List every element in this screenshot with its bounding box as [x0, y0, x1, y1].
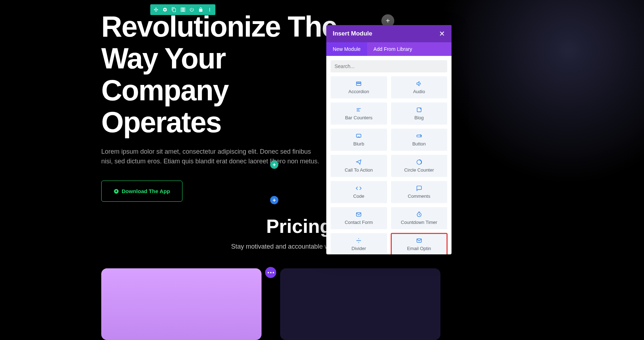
module-accordion[interactable]: Accordion [331, 76, 387, 99]
module-bar-counters[interactable]: Bar Counters [331, 102, 387, 125]
circle-icon [416, 159, 422, 165]
module-label: Email Optin [407, 246, 431, 251]
module-blurb[interactable]: Blurb [331, 129, 387, 151]
module-email-optin[interactable]: Email Optin [391, 233, 448, 254]
pricing-card-1[interactable] [101, 268, 262, 340]
module-label: Accordion [348, 89, 369, 94]
module-label: Comments [408, 193, 430, 199]
module-label: Call To Action [345, 167, 373, 173]
duplicate-icon[interactable] [170, 6, 178, 14]
timer-icon [416, 211, 422, 217]
module-label: Audio [413, 89, 425, 94]
module-circle-counter[interactable]: Circle Counter [391, 155, 448, 177]
accordion-icon [356, 81, 362, 87]
module-label: Blog [414, 115, 424, 120]
row-options-button[interactable] [265, 267, 276, 278]
insert-module-modal: Insert Module ✕ New Module Add From Libr… [326, 25, 452, 254]
module-countdown-timer[interactable]: Countdown Timer [391, 207, 448, 229]
gear-icon[interactable] [161, 6, 169, 14]
module-comments[interactable]: Comments [391, 181, 448, 203]
close-icon[interactable]: ✕ [439, 30, 445, 37]
mail-icon [356, 211, 362, 217]
tab-add-from-library[interactable]: Add From Library [367, 42, 419, 56]
column-icon[interactable] [179, 6, 187, 14]
comments-icon [416, 185, 422, 191]
section-toolbar [150, 4, 215, 15]
module-label: Code [353, 193, 364, 199]
add-section-button[interactable]: + [270, 161, 278, 169]
blog-icon [416, 107, 422, 113]
download-icon [114, 189, 119, 194]
power-icon[interactable] [188, 6, 196, 14]
divider-icon [356, 238, 362, 244]
module-label: Button [412, 141, 426, 147]
module-label: Countdown Timer [401, 220, 437, 225]
blurb-icon [356, 133, 362, 139]
module-label: Contact Form [345, 220, 373, 225]
pricing-subtitle: Stay motivated and accountable with our … [0, 243, 644, 250]
module-divider[interactable]: Divider [331, 233, 387, 254]
hero-description: Lorem ipsum dolor sit amet, consectetur … [101, 147, 323, 166]
code-icon [356, 185, 362, 191]
module-label: Bar Counters [345, 115, 372, 120]
pricing-title: Pricing Plan [0, 215, 644, 237]
module-label: Circle Counter [404, 167, 434, 173]
audio-icon [416, 81, 422, 87]
download-label: Download The App [122, 188, 170, 194]
module-call-to-action[interactable]: Call To Action [331, 155, 387, 177]
pricing-card-2[interactable] [280, 268, 440, 340]
modal-title: Insert Module [333, 30, 372, 37]
download-button[interactable]: Download The App [101, 181, 182, 202]
module-label: Divider [352, 246, 366, 251]
lock-icon[interactable] [197, 6, 205, 14]
module-audio[interactable]: Audio [391, 76, 448, 99]
module-blog[interactable]: Blog [391, 102, 448, 125]
module-code[interactable]: Code [331, 181, 387, 203]
button-icon [416, 133, 422, 139]
cta-icon [356, 159, 362, 165]
module-contact-form[interactable]: Contact Form [331, 207, 387, 229]
move-icon[interactable] [152, 6, 160, 14]
mail-icon [416, 238, 422, 244]
more-icon[interactable] [206, 6, 214, 14]
bars-icon [356, 107, 362, 113]
hero-title: Revolutionize The Way Your Company Opera… [101, 0, 352, 138]
search-input[interactable] [331, 60, 447, 72]
tab-new-module[interactable]: New Module [326, 42, 367, 56]
module-button[interactable]: Button [391, 129, 448, 151]
module-label: Blurb [353, 141, 364, 147]
